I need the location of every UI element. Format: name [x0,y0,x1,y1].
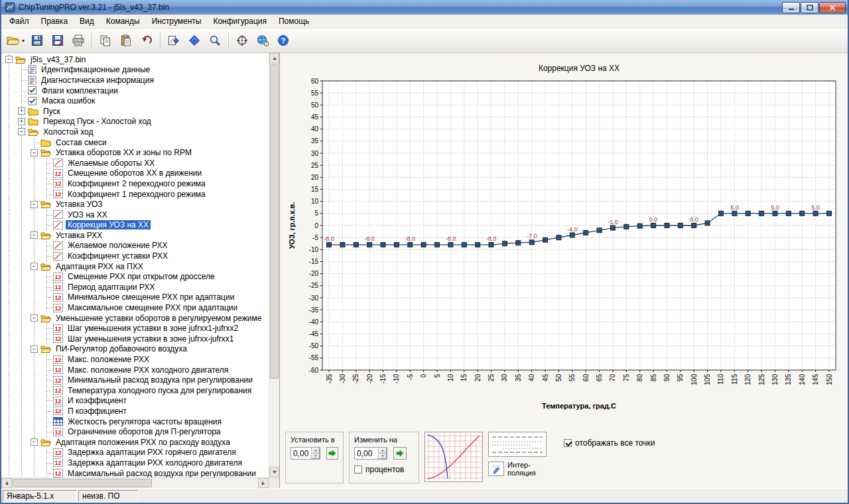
tree-item-label[interactable]: Коррекция УОЗ на XX [66,220,151,229]
tree-item-label[interactable]: Переход Пуск - Холостой ход [41,117,153,126]
tree-item[interactable]: −Уставка РХХ [3,230,269,241]
copy-button[interactable] [96,31,115,50]
spin-down-button[interactable] [312,454,320,460]
tree-item-label[interactable]: Максимальный расход воздуха при регулиро… [66,469,258,477]
paste-button[interactable] [116,31,136,50]
tree-item-label[interactable]: j5ls_v43_37.bin [29,55,88,64]
tree-item[interactable]: Диагностическая информация [3,75,269,86]
tree-item-label[interactable]: Пуск [41,107,62,116]
tree-item[interactable]: 12Коэффициент 1 переходного режима [3,189,269,200]
open-button[interactable]: ▾ [5,31,27,50]
tree-item-label[interactable]: Уставка оборотов XX и зоны по RPM [54,148,194,157]
scroll-right-button[interactable] [258,478,269,488]
tree-item[interactable]: 12Задержка адаптации РХХ холодного двига… [3,458,269,468]
tree-item[interactable]: 12Макс. положение РХХ холодного двигател… [3,365,269,375]
tree-item-label[interactable]: Состав смеси [54,138,109,147]
vertical-scroll-thumb[interactable] [270,64,279,379]
save-button[interactable] [27,31,47,50]
help-button[interactable]: ? [273,31,293,50]
expand-icon[interactable]: + [18,118,25,125]
tree-item[interactable]: 12Смещение РХХ при открытом дросселе [3,271,269,282]
tree-item[interactable]: −Уставка оборотов XX и зоны по RPM [3,147,269,158]
tree-item[interactable]: −Адаптация положения РХХ по расходу возд… [3,437,269,448]
tree-item-label[interactable]: Адаптация РХХ на ПХХ [54,262,145,271]
tree-item-label[interactable]: Максимальное смещение РХХ при адаптации [66,303,239,312]
tree-item[interactable]: Флаги комплектации [3,86,269,96]
tree-item-label[interactable]: Макс. положение РХХ [66,355,151,364]
undo-button[interactable] [137,31,157,50]
tree-item-label[interactable]: Уставка РХХ [54,231,104,240]
tree-vertical-scrollbar[interactable] [269,53,279,477]
tree-item-label[interactable]: Адаптация положения РХХ по расходу возду… [54,438,232,447]
tree-item-label[interactable]: П коэффициент [66,407,129,416]
change-by-value[interactable]: 0,00 [355,448,378,459]
tree-item-label[interactable]: Коэффициент уставки РХХ [66,251,170,261]
set-to-value[interactable]: 0,00 [291,448,311,459]
tree-item[interactable]: 12И коэффициент [3,396,269,407]
tree-item-label[interactable]: Жесткость регулятора частоты вращения [66,417,224,426]
tree-item-label[interactable]: УОЗ на XX [66,210,109,220]
tree-item-label[interactable]: Желаемое положение РХХ [66,241,170,250]
menu-item-3[interactable]: Команды [100,15,146,28]
collapse-icon[interactable]: − [31,263,38,270]
tree-item[interactable]: Маска ошибок [3,95,269,106]
tree-item[interactable]: +Переход Пуск - Холостой ход [3,117,269,127]
tree-item[interactable]: 12Температура холодного пуска для регули… [3,385,269,396]
interpolation-button[interactable] [488,462,504,476]
tree-item[interactable]: Жесткость регулятора частоты вращения [3,416,269,427]
tree-horizontal-scrollbar[interactable] [1,477,269,488]
menu-item-2[interactable]: Вид [74,15,100,28]
tree-item-label[interactable]: Уменьшение уставки оборотов в регулируем… [54,314,263,323]
tree-item-label[interactable]: Минимальный расход воздуха при регулиров… [66,375,255,385]
tree-item[interactable]: 12Период адаптации РХХ [3,282,269,292]
apply-set-button[interactable] [326,447,338,460]
tree-item[interactable]: Коэффициент уставки РХХ [3,251,269,261]
collapse-icon[interactable]: − [31,346,38,353]
tree-item[interactable]: 12П коэффициент [3,406,269,416]
tree-item[interactable]: Желаемое положение РХХ [3,241,269,251]
tree-item[interactable]: 12Максимальное смещение РХХ при адаптаци… [3,302,269,313]
tree-item[interactable]: −Уменьшение уставки оборотов в регулируе… [3,313,269,324]
collapse-icon[interactable]: − [18,128,25,135]
tree-item[interactable]: Коррекция УОЗ на XX [3,220,269,231]
collapse-icon[interactable]: − [31,149,38,157]
scroll-down-button[interactable] [269,467,279,477]
tree-item-label[interactable]: Задержка адаптации РХХ горячего двигател… [66,448,238,457]
apply-change-button[interactable] [393,447,407,460]
tree-item-label[interactable]: Коэффициент 2 переходного режима [66,179,208,188]
tree-item[interactable]: −Холостой ход [3,127,269,137]
tree-item[interactable]: 12Минимальный расход воздуха при регулир… [3,375,269,385]
tree-item[interactable]: 12Минимальное смещение РХХ при адаптации [3,292,269,303]
tree-item[interactable]: Состав смеси [3,137,269,148]
tree-item-label[interactable]: Ограничение оборотов для П-регулятора [66,427,223,436]
tree-item-label[interactable]: И коэффициент [66,396,129,405]
menu-item-1[interactable]: Правка [35,15,74,28]
tree-item-label[interactable]: Шаг уменьшения уставки в зоне jufrxx1-ju… [66,324,240,333]
collapse-icon[interactable]: − [5,56,13,63]
tree-item[interactable]: 12Максимальный расход воздуха при регули… [3,468,269,477]
tree-item-label[interactable]: ПИ-Регулятор добавочного воздуха [54,344,189,353]
collapse-icon[interactable]: − [31,231,38,239]
tree-item-label[interactable]: Шаг уменьшения уставки в зоне jufrxx-juf… [66,334,235,344]
spin-down-button[interactable] [379,454,387,460]
tree-item-label[interactable]: Флаги комплектации [40,86,120,95]
zoom-button[interactable] [205,31,225,50]
horizontal-scroll-thumb[interactable] [13,479,152,487]
smoothing-button[interactable] [424,432,483,482]
tree-item-label[interactable]: Смещение оборотов XX в движении [66,168,204,178]
print-button[interactable] [68,31,88,50]
tree-item[interactable]: −ПИ-Регулятор добавочного воздуха [3,344,269,355]
tuner-button[interactable] [232,31,252,50]
collapse-icon[interactable]: − [31,438,38,446]
interpolation-preview-button[interactable] [488,432,547,457]
set-to-input[interactable]: 0,00 [291,447,320,460]
tree-item[interactable]: −Адаптация РХХ на ПХХ [3,261,269,272]
minimize-button[interactable] [782,2,800,13]
expand-icon[interactable]: + [18,107,25,115]
tree-item[interactable]: −Уставка УОЗ [3,199,269,210]
tree-item[interactable]: 12Задержка адаптации РХХ горячего двигат… [3,448,269,458]
menu-item-4[interactable]: Инструменты [146,15,208,28]
save-as-button[interactable] [48,31,68,50]
tree-item-label[interactable]: Коэффициент 1 переходного режима [66,190,208,199]
tree-item[interactable]: 12Шаг уменьшения уставки в зоне jufrxx1-… [3,323,269,334]
